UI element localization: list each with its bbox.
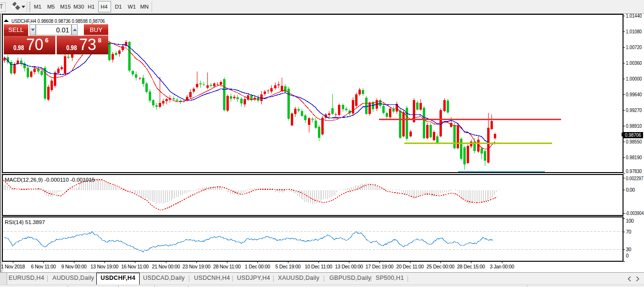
svg-text:0.98706: 0.98706 <box>625 132 641 138</box>
svg-text:0.98550: 0.98550 <box>626 139 642 144</box>
svg-text:-0.003904: -0.003904 <box>625 210 644 216</box>
svg-text:1.00000: 1.00000 <box>626 76 642 82</box>
svg-text:1.00360: 1.00360 <box>626 60 642 66</box>
svg-text:13 Dec 00:00: 13 Dec 00:00 <box>335 264 363 269</box>
svg-text:23 Nov 19:00: 23 Nov 19:00 <box>183 264 211 269</box>
svg-text:0.99640: 0.99640 <box>626 92 642 97</box>
svg-text:RSI(14) 51.3897: RSI(14) 51.3897 <box>5 219 45 225</box>
svg-text:9 Nov 00:00: 9 Nov 00:00 <box>61 264 87 269</box>
svg-text:28 Dec 15:00: 28 Dec 15:00 <box>457 264 485 269</box>
svg-text:17 Dec 19:00: 17 Dec 19:00 <box>366 264 394 269</box>
svg-text:25 Dec 00:00: 25 Dec 00:00 <box>427 264 455 269</box>
svg-text:70: 70 <box>626 229 631 235</box>
svg-text:0.00: 0.00 <box>626 187 635 193</box>
svg-text:20 Dec 11:00: 20 Dec 11:00 <box>396 264 424 269</box>
svg-text:USDCHF,H4 0.98608 0.98736 0.9: USDCHF,H4 0.98608 0.98736 0.98598 0.9870… <box>11 18 105 24</box>
svg-text:1 Dec 00:00: 1 Dec 00:00 <box>245 264 270 269</box>
svg-text:28 Nov 11:00: 28 Nov 11:00 <box>213 264 241 269</box>
svg-text:30: 30 <box>626 246 631 252</box>
svg-text:MACD(12,26,9) -0.000110 -0.001: MACD(12,26,9) -0.000110 -0.001015 <box>5 177 95 183</box>
svg-text:13 Nov 19:00: 13 Nov 19:00 <box>91 264 119 269</box>
svg-text:0.97830: 0.97830 <box>626 168 642 174</box>
svg-text:0.99270: 0.99270 <box>626 107 642 113</box>
svg-text:0.98910: 0.98910 <box>626 123 642 129</box>
svg-text:10 Dec 11:00: 10 Dec 11:00 <box>305 264 332 269</box>
svg-text:5 Dec 19:00: 5 Dec 19:00 <box>276 264 301 269</box>
svg-text:1 Nov 2018: 1 Nov 2018 <box>1 264 25 269</box>
svg-text:1.00720: 1.00720 <box>626 44 642 50</box>
svg-text:0.002297: 0.002297 <box>626 175 644 181</box>
svg-text:6 Nov 11:00: 6 Nov 11:00 <box>31 264 56 269</box>
svg-text:3 Jan 00:00: 3 Jan 00:00 <box>490 264 514 269</box>
svg-text:21 Nov 00:00: 21 Nov 00:00 <box>152 264 180 269</box>
svg-text:1.01080: 1.01080 <box>626 29 642 34</box>
svg-text:0.98190: 0.98190 <box>626 154 642 160</box>
svg-text:0: 0 <box>626 253 629 258</box>
svg-text:16 Nov 11:00: 16 Nov 11:00 <box>121 264 149 269</box>
svg-text:100: 100 <box>626 218 634 224</box>
